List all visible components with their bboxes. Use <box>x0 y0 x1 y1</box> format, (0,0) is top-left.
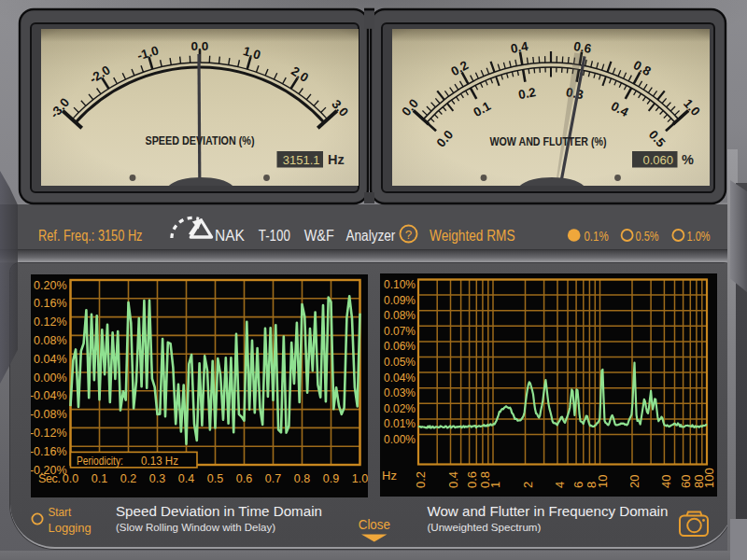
svg-text:Start: Start <box>49 506 72 519</box>
svg-text:0.02%: 0.02% <box>384 402 416 415</box>
svg-text:4: 4 <box>553 482 567 488</box>
svg-text:1.0%: 1.0% <box>687 229 711 244</box>
svg-text:0.07%: 0.07% <box>384 325 416 338</box>
svg-text:0.13 Hz: 0.13 Hz <box>141 455 178 468</box>
svg-text:0.00%: 0.00% <box>34 371 66 385</box>
svg-text:0.06%: 0.06% <box>384 340 416 353</box>
svg-text:0.4: 0.4 <box>446 471 460 488</box>
svg-text:20: 20 <box>627 475 641 488</box>
svg-text:0.16%: 0.16% <box>34 297 66 310</box>
svg-text:100: 100 <box>702 468 716 488</box>
svg-text:(Slow Rolling Window with Dela: (Slow Rolling Window with Delay) <box>116 522 275 533</box>
svg-text:Hz: Hz <box>382 469 397 483</box>
svg-text:0.01%: 0.01% <box>384 417 416 430</box>
svg-text:0.5: 0.5 <box>207 472 223 485</box>
svg-text:0.00%: 0.00% <box>384 433 416 446</box>
svg-text:Ref. Freq.: 3150 Hz: Ref. Freq.: 3150 Hz <box>38 228 143 244</box>
svg-text:0.1: 0.1 <box>92 472 107 485</box>
svg-text:Wow and Flutter in Frequency D: Wow and Flutter in Frequency Domain <box>427 503 668 519</box>
svg-text:0.0: 0.0 <box>191 39 209 53</box>
svg-text:0.08%: 0.08% <box>34 334 66 347</box>
svg-text:Periodicity:: Periodicity: <box>77 455 123 468</box>
svg-text:0.04%: 0.04% <box>384 371 416 385</box>
svg-text:60: 60 <box>679 475 693 488</box>
svg-text:0.09%: 0.09% <box>384 294 416 307</box>
svg-text:Analyzer: Analyzer <box>345 228 396 244</box>
svg-text:-0.12%: -0.12% <box>31 427 67 440</box>
svg-text:W&F: W&F <box>304 228 334 244</box>
svg-text:2: 2 <box>521 482 535 488</box>
svg-text:0.03%: 0.03% <box>384 386 416 399</box>
svg-text:NAK: NAK <box>215 228 245 244</box>
svg-text:(Unweighted Spectrum): (Unweighted Spectrum) <box>427 522 541 533</box>
svg-text:0.8: 0.8 <box>294 472 310 485</box>
svg-text:0.6: 0.6 <box>236 472 252 485</box>
svg-text:Close: Close <box>359 517 391 532</box>
svg-text:0.08%: 0.08% <box>384 309 416 322</box>
svg-text:0.2: 0.2 <box>120 472 136 485</box>
svg-text:Speed Deviation in Time Domain: Speed Deviation in Time Domain <box>116 503 322 519</box>
svg-text:10: 10 <box>596 475 610 488</box>
svg-text:0.4: 0.4 <box>178 472 194 485</box>
svg-text:0.5%: 0.5% <box>636 229 659 244</box>
svg-text:SPEED DEVIATION (%): SPEED DEVIATION (%) <box>146 133 255 147</box>
svg-text:1: 1 <box>488 482 502 488</box>
svg-text:Logging: Logging <box>49 522 92 535</box>
svg-text:?: ? <box>405 228 413 242</box>
svg-text:0.1%: 0.1% <box>584 229 608 244</box>
svg-text:0.2: 0.2 <box>414 471 428 488</box>
svg-text:6: 6 <box>571 482 585 488</box>
svg-text:-0.08%: -0.08% <box>31 408 67 421</box>
svg-text:Sec.: Sec. <box>38 472 61 485</box>
svg-text:1.0: 1.0 <box>352 472 368 485</box>
svg-text:0.3: 0.3 <box>149 472 165 485</box>
svg-text:WOW AND FLUTTER (%): WOW AND FLUTTER (%) <box>490 134 607 148</box>
svg-text:0.12%: 0.12% <box>34 315 66 329</box>
svg-text:0.04%: 0.04% <box>34 353 66 366</box>
svg-text:0.05%: 0.05% <box>384 356 416 369</box>
svg-text:Weighted RMS: Weighted RMS <box>430 228 515 244</box>
svg-text:0.10%: 0.10% <box>384 278 416 291</box>
svg-text:0.060: 0.060 <box>642 153 673 167</box>
svg-text:3151.1: 3151.1 <box>283 153 320 167</box>
svg-text:0.0: 0.0 <box>63 472 78 485</box>
svg-text:-0.16%: -0.16% <box>31 445 67 458</box>
svg-text:T-100: T-100 <box>259 228 290 244</box>
svg-text:0.7: 0.7 <box>265 472 281 485</box>
svg-text:-0.04%: -0.04% <box>31 389 67 402</box>
svg-text:0.6: 0.6 <box>465 471 479 488</box>
svg-text:0.20%: 0.20% <box>34 279 66 292</box>
svg-text:Hz: Hz <box>328 152 345 167</box>
svg-text:0.2: 0.2 <box>517 85 537 102</box>
svg-text:0.9: 0.9 <box>323 472 339 485</box>
svg-text:%: % <box>682 152 694 167</box>
svg-text:0.4: 0.4 <box>510 39 529 56</box>
svg-text:40: 40 <box>659 475 673 488</box>
